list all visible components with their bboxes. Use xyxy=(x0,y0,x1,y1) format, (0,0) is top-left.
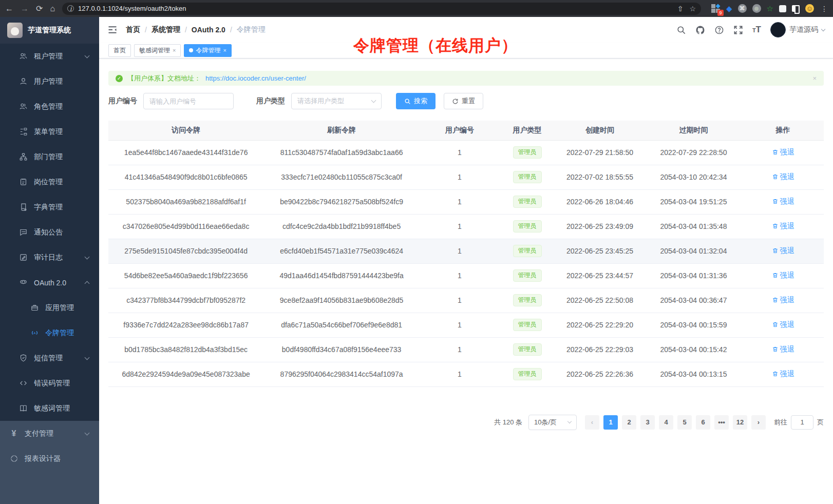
user-type-select[interactable]: 请选择用户类型 xyxy=(291,93,382,109)
page-ellipsis[interactable]: ••• xyxy=(714,415,729,430)
force-logout-button[interactable]: 强退 xyxy=(772,222,794,231)
help-icon[interactable] xyxy=(714,25,724,35)
search-icon[interactable] xyxy=(676,25,686,35)
reload-icon[interactable]: ⟳ xyxy=(36,5,43,13)
page-buttons: 123456•••12 xyxy=(603,415,747,430)
site-info-icon[interactable]: i xyxy=(67,5,74,12)
user-id-input[interactable] xyxy=(143,93,234,109)
user-type-badge: 管理员 xyxy=(513,343,542,356)
sidebar-item-OAuth 2.0[interactable]: OAuth 2.0 xyxy=(0,270,99,295)
users-icon xyxy=(18,52,28,61)
goto-label: 前往 xyxy=(774,418,787,427)
sidebar-item-部门管理[interactable]: 部门管理 xyxy=(0,144,99,169)
sidebar-item-通知公告[interactable]: 通知公告 xyxy=(0,220,99,245)
sidebar-item-短信管理[interactable]: 短信管理 xyxy=(0,345,99,371)
sidebar-item-报表设计器[interactable]: 报表设计器 xyxy=(0,446,99,471)
trash-icon xyxy=(772,272,779,279)
page-button-4[interactable]: 4 xyxy=(659,415,673,430)
force-logout-button[interactable]: 强退 xyxy=(772,320,794,329)
create-time-cell: 2022-06-25 22:50:08 xyxy=(555,288,645,313)
sidebar-item-用户管理[interactable]: 用户管理 xyxy=(0,69,99,94)
page-button-6[interactable]: 6 xyxy=(696,415,710,430)
action-cell: 强退 xyxy=(742,288,824,313)
next-page-button[interactable]: › xyxy=(751,415,766,430)
user-menu[interactable]: 芋道源码 xyxy=(770,22,825,37)
breadcrumb-current: 令牌管理 xyxy=(237,25,266,34)
force-logout-button[interactable]: 强退 xyxy=(772,172,794,182)
close-icon[interactable]: × xyxy=(223,48,226,53)
force-logout-button[interactable]: 强退 xyxy=(772,246,794,256)
address-bar[interactable]: i 127.0.0.1:1024/system/oauth2/token ⇧ ☆ xyxy=(62,3,701,15)
app-title: 芋道管理系统 xyxy=(28,26,71,35)
url-text[interactable]: 127.0.0.1:1024/system/oauth2/token xyxy=(78,5,673,12)
fullscreen-icon[interactable] xyxy=(733,25,743,35)
page-button-12[interactable]: 12 xyxy=(733,415,747,430)
user-type-badge: 管理员 xyxy=(513,171,542,183)
home-icon[interactable]: ⌂ xyxy=(50,5,55,13)
sidebar-item-菜单管理[interactable]: 菜单管理 xyxy=(0,119,99,144)
extension-grid-icon[interactable]: 9 xyxy=(711,4,721,13)
page-button-2[interactable]: 2 xyxy=(622,415,636,430)
forward-icon[interactable]: → xyxy=(21,5,29,13)
force-logout-button[interactable]: 强退 xyxy=(772,296,794,305)
collapse-sidebar-icon[interactable] xyxy=(107,25,118,35)
goto-page-input[interactable] xyxy=(791,415,813,430)
breadcrumb-oauth[interactable]: OAuth 2.0 xyxy=(192,26,225,34)
sidebar-item-字典管理[interactable]: 字典管理 xyxy=(0,195,99,220)
page-button-3[interactable]: 3 xyxy=(640,415,655,430)
star-extension-icon[interactable]: ☆ xyxy=(767,4,773,13)
user-type-label: 用户类型 xyxy=(256,96,285,106)
sidebar-item-错误码管理[interactable]: 错误码管理 xyxy=(0,371,99,396)
sidebar-item-应用管理[interactable]: 应用管理 xyxy=(0,295,99,320)
tag-home[interactable]: 首页 xyxy=(108,44,131,57)
force-logout-button[interactable]: 强退 xyxy=(772,271,794,280)
tag-token[interactable]: 令牌管理 × xyxy=(184,44,231,57)
diamond-extension-icon[interactable]: ◆ xyxy=(726,4,732,13)
table-row: 41c41346a548490f9dc8b01c6bfe0865333ecfc7… xyxy=(108,165,824,189)
bookmark-star-icon[interactable]: ☆ xyxy=(689,5,696,13)
sidebar-item-岗位管理[interactable]: 岗位管理 xyxy=(0,169,99,195)
sidebar-item-支付管理[interactable]: ¥支付管理 xyxy=(0,421,99,446)
sidebar-item-审计日志[interactable]: 审计日志 xyxy=(0,245,99,270)
reset-button[interactable]: 重置 xyxy=(444,93,483,109)
command-extension-icon[interactable]: ⌘ xyxy=(738,4,747,13)
tag-sensitive[interactable]: 敏感词管理 × xyxy=(134,44,181,57)
sidebar-item-租户管理[interactable]: 租户管理 xyxy=(0,44,99,69)
sidebar-item-令牌管理[interactable]: A令牌管理 xyxy=(0,320,99,345)
alert-close-icon[interactable]: × xyxy=(812,74,817,82)
browser-menu-icon[interactable]: ⋮ xyxy=(820,5,828,13)
breadcrumb-home[interactable]: 首页 xyxy=(126,25,140,34)
breadcrumb-system[interactable]: 系统管理 xyxy=(152,25,180,34)
report-icon xyxy=(9,454,18,463)
access-token-cell: 6d842e2924594de9a09e45e087323abe xyxy=(108,362,263,386)
page-size-select[interactable]: 10条/页 xyxy=(528,415,577,430)
refresh-icon xyxy=(452,98,459,105)
sidebar-item-敏感词管理[interactable]: 敏感词管理 xyxy=(0,396,99,421)
github-icon[interactable] xyxy=(695,25,705,35)
puzzle-extensions-icon[interactable] xyxy=(779,5,786,12)
page-button-1[interactable]: 1 xyxy=(603,415,618,430)
sidebar-item-角色管理[interactable]: 角色管理 xyxy=(0,94,99,119)
force-logout-button[interactable]: 强退 xyxy=(772,345,794,354)
force-logout-button[interactable]: 强退 xyxy=(772,197,794,206)
profile-avatar-icon[interactable]: ☺ xyxy=(805,4,814,13)
expire-time-cell: 2022-07-29 22:28:50 xyxy=(645,140,742,165)
back-icon[interactable]: ← xyxy=(5,5,13,13)
app-logo-row[interactable]: 芋道管理系统 xyxy=(0,17,99,44)
prev-page-button[interactable]: ‹ xyxy=(585,415,599,430)
share-icon[interactable]: ⇧ xyxy=(677,5,684,13)
trash-icon xyxy=(772,297,779,303)
action-cell: 强退 xyxy=(742,239,824,263)
force-logout-button[interactable]: 强退 xyxy=(772,148,794,157)
font-size-icon[interactable]: TT xyxy=(752,25,761,35)
refresh-token-cell: 9ce8ef2aa9f14056b831ae9b608e28d5 xyxy=(263,288,420,313)
record-extension-icon[interactable] xyxy=(752,4,761,13)
close-icon[interactable]: × xyxy=(173,48,176,53)
sidebar-section-dark: 租户管理用户管理角色管理菜单管理部门管理岗位管理字典管理通知公告审计日志OAut… xyxy=(0,44,99,421)
page-button-5[interactable]: 5 xyxy=(677,415,692,430)
force-logout-button[interactable]: 强退 xyxy=(772,370,794,379)
search-button[interactable]: 搜索 xyxy=(396,93,436,109)
split-screen-icon[interactable] xyxy=(792,5,800,12)
expire-time-cell: 2054-03-04 19:51:25 xyxy=(645,189,742,214)
doc-link[interactable]: https://doc.iocoder.cn/user-center/ xyxy=(205,74,306,82)
